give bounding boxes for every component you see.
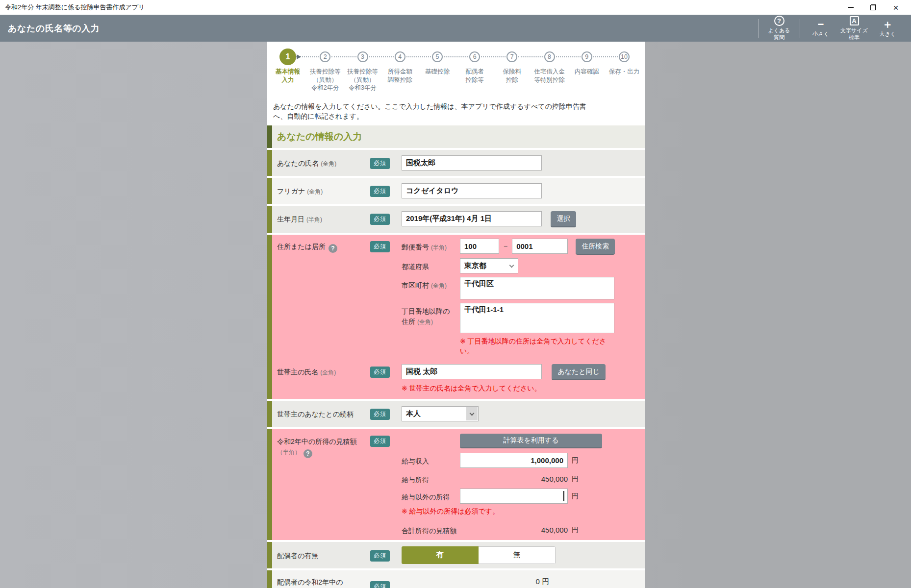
city-input[interactable]: 千代田区 <box>460 277 614 299</box>
halfwidth-suffix: （半角） <box>277 449 301 456</box>
row-birthdate: 生年月日(半角) 必須 選択 <box>267 206 645 233</box>
row-address: 住所または居所? 必須 郵便番号(半角) − 住所検索 都道府県 東京都 <box>267 235 645 399</box>
other-income-label: 給与以外の所得 <box>402 489 460 502</box>
step-circle: 7 <box>506 51 517 62</box>
other-income-input[interactable] <box>460 489 568 504</box>
row-furigana: フリガナ(全角) 必須 <box>267 178 645 204</box>
furigana-label: フリガナ <box>277 187 305 195</box>
help-icon[interactable]: ? <box>304 449 312 458</box>
street-fullwidth-note: ※ 丁目番地以降の住所は全角で入力してくださ い。 <box>460 336 645 356</box>
intro-text: あなたの情報を入力してください。ここで入力した情報は、本アプリで作成するすべての… <box>267 96 591 125</box>
divider <box>800 19 800 38</box>
yen-unit: 円 <box>572 471 579 484</box>
required-badge: 必須 <box>370 214 390 225</box>
fullwidth-suffix: (全角) <box>320 369 336 376</box>
total-income-value: 450,000 <box>460 522 568 534</box>
required-badge: 必須 <box>370 409 390 420</box>
address-search-button[interactable]: 住所検索 <box>576 239 615 255</box>
yen-unit: 円 <box>572 453 579 465</box>
font-larger-label: 大きく <box>879 31 896 38</box>
use-calculation-table-button[interactable]: 計算表を利用する <box>460 434 602 448</box>
birthdate-select-button[interactable]: 選択 <box>551 211 576 227</box>
postal-code-input-2[interactable] <box>512 239 568 254</box>
minus-icon: − <box>818 19 824 30</box>
minimize-icon <box>848 7 854 8</box>
postal-code-label: 郵便番号 <box>402 243 429 251</box>
question-circle-icon: ? <box>774 16 784 26</box>
spouse-no-option[interactable]: 無 <box>479 546 556 564</box>
faq-label: よくある 質問 <box>768 27 790 41</box>
step-circle: 2 <box>320 51 330 62</box>
step-circle: 3 <box>357 51 368 62</box>
main-content: 1 基本情報 入力 2 扶養控除等 （異動） 令和2年分 3 扶養控除等 （異動… <box>267 42 645 588</box>
row-spouse: 配偶者の有無 必須 有 無 <box>267 542 645 568</box>
birthdate-label: 生年月日 <box>277 215 304 223</box>
row-relationship: 世帯主のあなたとの続柄 必須 本人 <box>267 401 645 427</box>
app-header: あなたの氏名等の入力 ? よくある 質問 − 小さく A 文字サイズ 標準 ＋ … <box>0 15 911 42</box>
fullwidth-suffix: (全角) <box>307 188 323 195</box>
salary-income-label: 給与収入 <box>402 453 460 466</box>
fullwidth-suffix: (全角) <box>321 160 336 167</box>
font-smaller-button[interactable]: − 小さく <box>804 19 837 38</box>
halfwidth-suffix: (半角) <box>431 244 447 251</box>
required-badge: 必須 <box>370 186 390 197</box>
step-circle: 4 <box>395 51 405 62</box>
step-circle: 9 <box>582 51 592 62</box>
your-name-label: あなたの氏名 <box>277 159 319 167</box>
prefecture-select[interactable]: 東京都 <box>460 258 518 273</box>
font-standard-button[interactable]: A 文字サイズ 標準 <box>837 15 871 41</box>
minimize-button[interactable] <box>839 0 862 15</box>
street-input[interactable]: 千代田1-1-1 <box>460 303 614 333</box>
required-badge: 必須 <box>370 241 390 252</box>
faq-button[interactable]: ? よくある 質問 <box>762 15 796 41</box>
relationship-select[interactable]: 本人 <box>402 406 479 421</box>
spouse-income-label: 配偶者の令和2年中の 合計所得の見積額 <box>277 578 343 588</box>
step-5-basic-deduction[interactable]: 5 基礎控除 <box>419 49 456 92</box>
chevron-down-icon <box>470 411 475 416</box>
close-button[interactable]: × <box>885 0 907 15</box>
section-header: あなたの情報の入力 <box>267 125 645 148</box>
progress-stepper: 1 基本情報 入力 2 扶養控除等 （異動） 令和2年分 3 扶養控除等 （異動… <box>267 42 645 96</box>
font-larger-button[interactable]: ＋ 大きく <box>871 19 904 38</box>
restore-icon <box>870 4 876 10</box>
salary-earnings-label: 給与所得 <box>402 471 460 485</box>
salary-income-input[interactable] <box>460 453 568 468</box>
current-step-arrow-icon <box>297 54 301 59</box>
step-3-dependents-r3[interactable]: 3 扶養控除等 （異動） 令和3年分 <box>344 49 381 92</box>
furigana-input[interactable] <box>402 183 542 198</box>
required-badge: 必須 <box>370 436 390 447</box>
spouse-yes-option[interactable]: 有 <box>402 546 479 564</box>
font-smaller-label: 小さく <box>812 31 829 38</box>
your-name-input[interactable] <box>402 155 542 171</box>
postal-separator: − <box>499 239 512 250</box>
total-income-label: 合計所得の見積額 <box>402 522 460 536</box>
fullwidth-suffix: (全角) <box>417 318 433 325</box>
page-title: あなたの氏名等の入力 <box>8 23 754 34</box>
close-icon: × <box>893 3 898 12</box>
householder-name-input[interactable] <box>402 364 542 379</box>
step-9-confirmation[interactable]: 9 内容確認 <box>568 49 606 92</box>
fullwidth-suffix: (全角) <box>431 282 447 289</box>
text-caret <box>563 491 564 501</box>
birthdate-input[interactable] <box>402 211 542 226</box>
householder-fullwidth-note: ※ 世帯主の氏名は全角で入力してください。 <box>402 383 645 393</box>
step-7-insurance-deduction[interactable]: 7 保険料 控除 <box>493 49 531 92</box>
address-label: 住所または居所 <box>277 243 326 250</box>
step-1-basic-info[interactable]: 1 基本情報 入力 <box>269 49 306 92</box>
step-10-save-output[interactable]: 10 保存・出力 <box>606 49 643 92</box>
relationship-label: 世帯主のあなたとの続柄 <box>277 406 370 421</box>
step-6-spouse-deduction[interactable]: 6 配偶者 控除等 <box>456 49 493 92</box>
halfwidth-suffix: (半角) <box>306 216 322 223</box>
step-8-housing-loan[interactable]: 8 住宅借入金 等特別控除 <box>531 49 568 92</box>
step-2-dependents-r2[interactable]: 2 扶養控除等 （異動） 令和2年分 <box>306 49 344 92</box>
spouse-toggle: 有 無 <box>402 546 556 564</box>
same-as-you-button[interactable]: あなたと同じ <box>552 364 606 380</box>
income-estimate-label: 令和2年中の所得の見積額 <box>277 437 370 447</box>
help-icon[interactable]: ? <box>329 244 337 253</box>
postal-code-input-1[interactable] <box>460 239 499 254</box>
prefecture-label: 都道府県 <box>402 258 460 272</box>
step-circle: 5 <box>432 51 443 62</box>
step-4-income-adjustment[interactable]: 4 所得金額 調整控除 <box>381 49 419 92</box>
step-circle: 10 <box>619 51 630 62</box>
restore-button[interactable] <box>862 0 885 15</box>
